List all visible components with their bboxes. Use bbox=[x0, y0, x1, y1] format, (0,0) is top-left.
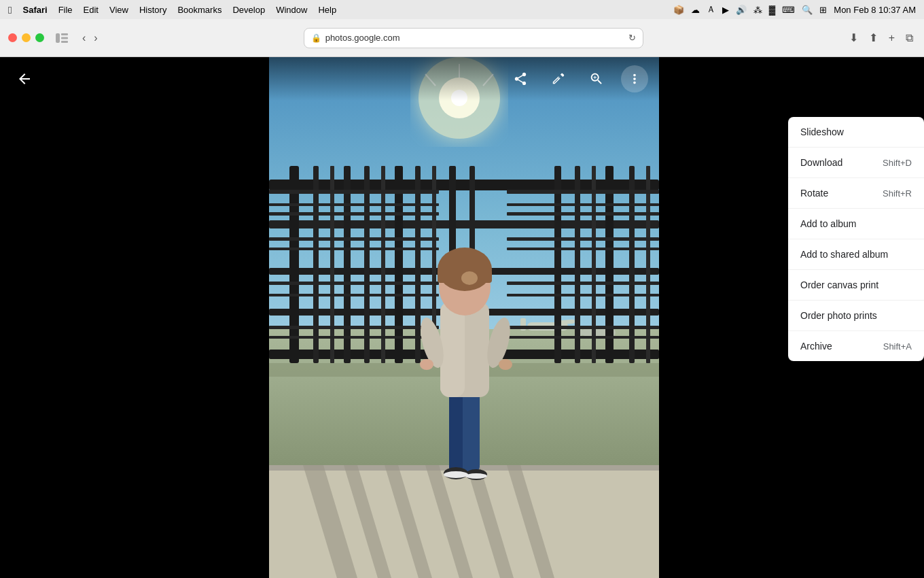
svg-rect-51 bbox=[269, 212, 439, 216]
search-icon[interactable]: 🔍 bbox=[802, 5, 813, 15]
svg-point-85 bbox=[558, 78, 559, 80]
svg-rect-61 bbox=[507, 282, 659, 285]
bluetooth-icon[interactable]: ⁂ bbox=[753, 5, 762, 15]
menu-item-rotate[interactable]: Rotate Shift+R bbox=[788, 178, 924, 209]
svg-rect-39 bbox=[415, 166, 421, 363]
menu-item-add-to-album[interactable]: Add to album bbox=[788, 209, 924, 239]
download-button[interactable]: ⬇ bbox=[847, 29, 861, 47]
browser-chrome: ‹ › 🔒 photos.google.com ↻ ⬇ ⬆ + ⧉ bbox=[0, 19, 924, 57]
slideshow-label: Slideshow bbox=[800, 126, 844, 137]
wifi-icon[interactable]: ⌨ bbox=[782, 5, 795, 15]
zoom-button[interactable] bbox=[583, 65, 610, 92]
menu-item-order-canvas-print[interactable]: Order canvas print bbox=[788, 270, 924, 301]
menu-item-order-photo-prints[interactable]: Order photo prints bbox=[788, 301, 924, 331]
lock-icon: 🔒 bbox=[311, 33, 321, 43]
svg-point-86 bbox=[563, 74, 564, 75]
menubar-develop[interactable]: Develop bbox=[232, 5, 265, 15]
svg-rect-28 bbox=[269, 220, 659, 228]
svg-rect-58 bbox=[507, 248, 659, 250]
svg-rect-56 bbox=[269, 248, 439, 250]
svg-rect-38 bbox=[395, 166, 403, 363]
share-browser-button[interactable]: ⬆ bbox=[866, 29, 881, 47]
main-content: Slideshow Download Shift+D Rotate Shift+… bbox=[0, 57, 924, 578]
rotate-shortcut: Shift+R bbox=[883, 188, 912, 199]
edit-button[interactable] bbox=[545, 65, 572, 92]
svg-rect-52 bbox=[507, 190, 659, 194]
menubar-view[interactable]: View bbox=[109, 5, 128, 15]
menubar-file[interactable]: File bbox=[58, 5, 73, 15]
dropdown-menu: Slideshow Download Shift+D Rotate Shift+… bbox=[788, 117, 924, 361]
svg-rect-46 bbox=[605, 166, 614, 363]
new-tab-button[interactable]: + bbox=[886, 29, 898, 47]
svg-point-78 bbox=[420, 359, 433, 370]
svg-rect-2 bbox=[61, 37, 68, 39]
rotate-label: Rotate bbox=[800, 188, 828, 199]
svg-rect-32 bbox=[289, 166, 299, 363]
svg-rect-66 bbox=[507, 336, 659, 339]
back-button[interactable] bbox=[11, 65, 38, 92]
archive-label: Archive bbox=[800, 341, 832, 352]
toolbar-right bbox=[507, 65, 648, 92]
traffic-lights bbox=[8, 33, 44, 42]
svg-point-73 bbox=[465, 473, 487, 479]
photo-image bbox=[269, 57, 659, 578]
address-bar[interactable]: 🔒 photos.google.com ↻ bbox=[304, 28, 643, 48]
svg-point-84 bbox=[554, 83, 555, 84]
apple-menu[interactable]:  bbox=[8, 4, 12, 16]
svg-rect-33 bbox=[313, 166, 319, 363]
maximize-button[interactable] bbox=[35, 33, 44, 42]
menubar-bookmarks[interactable]: Bookmarks bbox=[177, 5, 221, 15]
svg-rect-53 bbox=[507, 203, 659, 206]
add-to-shared-album-label: Add to shared album bbox=[800, 249, 888, 260]
svg-rect-65 bbox=[507, 326, 659, 329]
volume-icon[interactable]: 🔊 bbox=[736, 5, 747, 15]
svg-rect-35 bbox=[344, 166, 351, 363]
svg-rect-43 bbox=[554, 166, 561, 363]
menubar-help[interactable]: Help bbox=[318, 5, 336, 15]
dropbox-icon[interactable]: 📦 bbox=[673, 5, 684, 15]
right-panel: Slideshow Download Shift+D Rotate Shift+… bbox=[659, 57, 924, 578]
cloud-icon[interactable]: ☁ bbox=[691, 5, 700, 15]
menubar-safari[interactable]: Safari bbox=[22, 5, 47, 15]
svg-rect-27 bbox=[269, 180, 659, 190]
svg-rect-3 bbox=[61, 41, 68, 43]
menubar-window[interactable]: Window bbox=[276, 5, 307, 15]
close-button[interactable] bbox=[8, 33, 17, 42]
svg-rect-50 bbox=[269, 203, 439, 206]
sidebar-toggle-button[interactable] bbox=[52, 31, 71, 45]
add-to-album-label: Add to album bbox=[800, 218, 857, 229]
photo-container bbox=[269, 57, 659, 578]
svg-rect-69 bbox=[465, 390, 479, 472]
order-photo-prints-label: Order photo prints bbox=[800, 310, 877, 321]
minimize-button[interactable] bbox=[22, 33, 31, 42]
menubar-history[interactable]: History bbox=[139, 5, 166, 15]
svg-rect-49 bbox=[269, 190, 439, 194]
svg-rect-47 bbox=[629, 166, 635, 363]
browser-right-controls: ⬇ ⬆ + ⧉ bbox=[847, 29, 916, 47]
play-icon[interactable]: ▶ bbox=[722, 5, 729, 15]
back-button[interactable]: ‹ bbox=[79, 29, 88, 47]
more-options-button[interactable] bbox=[621, 65, 648, 92]
forward-button[interactable]: › bbox=[91, 29, 100, 47]
svg-rect-44 bbox=[575, 166, 580, 363]
order-canvas-print-label: Order canvas print bbox=[800, 279, 878, 290]
svg-rect-0 bbox=[56, 33, 60, 43]
left-panel bbox=[0, 57, 269, 578]
menubar-edit[interactable]: Edit bbox=[84, 5, 99, 15]
adobe-icon[interactable]: Ａ bbox=[707, 3, 715, 16]
url-text: photos.google.com bbox=[325, 33, 400, 43]
reload-button[interactable]: ↻ bbox=[628, 33, 636, 43]
menu-item-archive[interactable]: Archive Shift+A bbox=[788, 331, 924, 361]
nav-buttons: ‹ › bbox=[79, 29, 101, 47]
tab-overview-button[interactable]: ⧉ bbox=[903, 29, 916, 47]
svg-rect-1 bbox=[61, 33, 68, 35]
control-center-icon[interactable]: ⊞ bbox=[819, 5, 827, 15]
download-label: Download bbox=[800, 157, 842, 168]
share-button[interactable] bbox=[507, 65, 534, 92]
battery-icon[interactable]: ▓ bbox=[769, 5, 775, 15]
menu-item-slideshow[interactable]: Slideshow bbox=[788, 117, 924, 148]
menu-item-add-to-shared-album[interactable]: Add to shared album bbox=[788, 239, 924, 270]
menu-item-download[interactable]: Download Shift+D bbox=[788, 148, 924, 178]
top-toolbar bbox=[0, 57, 659, 101]
svg-rect-63 bbox=[269, 326, 439, 329]
